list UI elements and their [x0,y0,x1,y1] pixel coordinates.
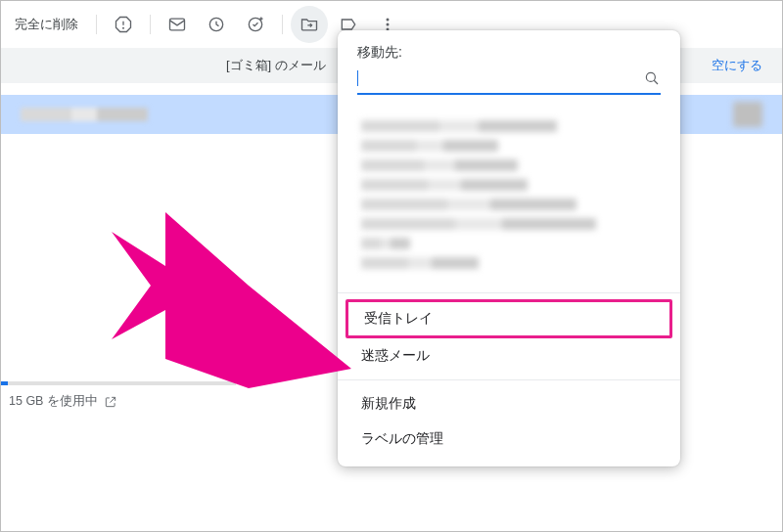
svg-point-2 [123,27,124,28]
svg-point-9 [387,23,389,25]
delete-forever-button[interactable]: 完全に削除 [11,16,88,33]
snooze-icon[interactable] [198,6,235,43]
mark-unread-icon[interactable] [159,6,196,43]
popup-item-inbox[interactable]: 受信トレイ [345,299,672,338]
redacted-content [733,102,762,127]
search-icon [643,69,661,87]
move-to-popup: 移動先: 受信トレイ 迷惑メール 新規作成 ラベルの管理 [338,30,680,466]
svg-point-11 [646,72,655,81]
toolbar-separator [150,15,151,34]
popup-title: 移動先: [338,44,680,66]
popup-item-create-new[interactable]: 新規作成 [338,386,680,421]
popup-search-input[interactable] [358,70,643,86]
report-spam-icon[interactable] [105,6,142,43]
storage-text: 15 GB を使用中 [9,393,98,410]
popup-item-manage-labels[interactable]: ラベルの管理 [338,421,680,457]
storage-progress-bar [1,381,236,385]
move-to-icon[interactable] [291,6,328,43]
open-external-icon[interactable] [104,395,117,409]
popup-divider [338,379,680,380]
storage-indicator: 15 GB を使用中 [1,381,236,410]
svg-line-12 [654,80,658,84]
toolbar-separator [282,15,283,34]
popup-search[interactable] [357,69,661,95]
svg-marker-13 [112,212,351,388]
empty-trash-link[interactable]: 空にする [712,57,762,74]
add-to-tasks-icon[interactable] [237,6,274,43]
svg-rect-3 [170,19,185,30]
popup-redacted-labels [338,109,680,287]
svg-point-8 [387,19,389,21]
popup-item-spam[interactable]: 迷惑メール [338,338,680,374]
redacted-sender [21,108,148,121]
popup-divider [338,292,680,293]
toolbar-separator [96,15,97,34]
annotation-arrow [107,193,361,388]
trash-notice-text: [ゴミ箱] のメール [226,57,326,74]
